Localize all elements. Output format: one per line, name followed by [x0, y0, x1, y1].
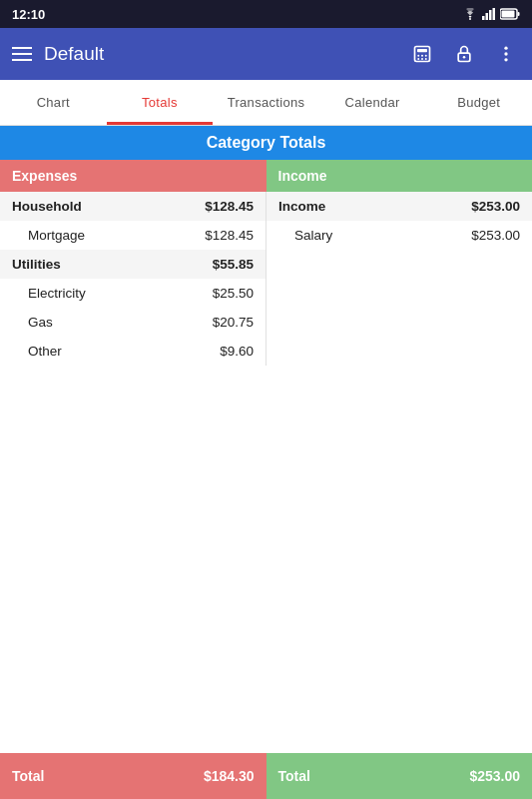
svg-point-18 — [504, 47, 507, 50]
battery-icon — [500, 8, 520, 20]
expenses-column: Household $128.45 Mortgage $128.45 Utili… — [0, 192, 266, 366]
tab-transactions[interactable]: Transactions — [213, 80, 319, 125]
app-bar: Default — [0, 28, 532, 80]
income-total-value: $253.00 — [469, 768, 520, 784]
more-options-button[interactable] — [492, 40, 520, 68]
svg-rect-1 — [482, 16, 485, 20]
table-row: Mortgage $128.45 — [0, 221, 266, 250]
svg-point-11 — [421, 55, 423, 57]
svg-point-13 — [417, 58, 419, 60]
table-row: Other $9.60 — [0, 337, 266, 366]
svg-rect-7 — [502, 11, 515, 18]
table-row: Electricity $25.50 — [0, 279, 266, 308]
table-row: Utilities $55.85 — [0, 250, 266, 279]
hamburger-menu-button[interactable] — [12, 47, 32, 61]
calculator-button[interactable] — [408, 40, 436, 68]
svg-point-10 — [417, 55, 419, 57]
table-row: Household $128.45 — [0, 192, 266, 221]
svg-rect-2 — [486, 13, 489, 20]
svg-point-15 — [425, 58, 427, 60]
app-bar-title: Default — [44, 43, 396, 65]
tab-budget[interactable]: Budget — [425, 80, 532, 125]
expenses-total-footer: Total $184.30 — [0, 753, 266, 799]
svg-rect-9 — [417, 49, 427, 52]
svg-point-19 — [504, 52, 507, 55]
wifi-icon — [462, 8, 478, 20]
column-headers: Expenses Income — [0, 160, 532, 192]
income-total-footer: Total $253.00 — [266, 753, 533, 799]
status-bar: 12:10 — [0, 0, 532, 28]
lock-button[interactable] — [450, 40, 478, 68]
category-totals-header: Category Totals — [0, 126, 532, 160]
svg-point-14 — [421, 58, 423, 60]
svg-point-12 — [425, 55, 427, 57]
svg-point-20 — [504, 58, 507, 61]
tab-calendar[interactable]: Calendar — [319, 80, 426, 125]
tab-totals[interactable]: Totals — [107, 80, 214, 125]
footer-totals: Total $184.30 Total $253.00 — [0, 753, 532, 799]
app-bar-icons — [408, 40, 520, 68]
table-row: Gas $20.75 — [0, 308, 266, 337]
tabs-bar: Chart Totals Transactions Calendar Budge… — [0, 80, 532, 126]
expenses-total-label: Total — [12, 768, 44, 784]
table-content: Household $128.45 Mortgage $128.45 Utili… — [0, 192, 532, 366]
signal-icon — [482, 8, 496, 20]
svg-rect-3 — [489, 10, 492, 20]
expenses-total-value: $184.30 — [204, 768, 255, 784]
income-column: Income $253.00 Salary $253.00 — [266, 192, 532, 366]
time-display: 12:10 — [12, 7, 45, 22]
svg-point-0 — [469, 18, 471, 20]
table-row: Salary $253.00 — [266, 221, 532, 250]
svg-rect-6 — [518, 12, 520, 16]
table-row: Income $253.00 — [266, 192, 532, 221]
expenses-column-header: Expenses — [0, 160, 266, 192]
income-total-label: Total — [278, 768, 310, 784]
tab-chart[interactable]: Chart — [0, 80, 107, 125]
svg-point-17 — [463, 56, 466, 59]
status-icons — [462, 8, 520, 20]
svg-rect-4 — [493, 8, 496, 20]
income-column-header: Income — [266, 160, 533, 192]
